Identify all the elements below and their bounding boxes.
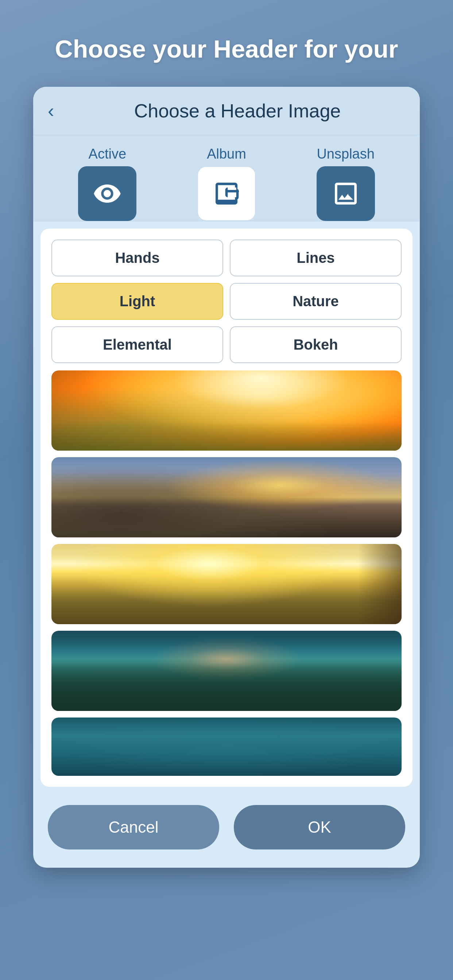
tab-album[interactable]: Album (197, 146, 256, 221)
tab-unsplash-icon-box (317, 166, 375, 221)
filter-lines[interactable]: Lines (230, 240, 402, 276)
back-button[interactable]: ‹ (48, 101, 70, 120)
cancel-button[interactable]: Cancel (48, 805, 219, 850)
tab-unsplash-label: Unsplash (317, 146, 374, 162)
filter-nature[interactable]: Nature (230, 283, 402, 320)
filter-light[interactable]: Light (51, 283, 223, 320)
bottom-actions: Cancel OK (33, 794, 420, 868)
tab-active[interactable]: Active (78, 146, 136, 221)
tab-active-icon-box (78, 166, 136, 221)
tab-album-icon-box (197, 166, 256, 221)
eye-icon (93, 179, 122, 208)
images-list (51, 371, 402, 776)
photo-icon (331, 179, 360, 208)
image-card-2[interactable] (51, 457, 402, 538)
image-card-3[interactable] (51, 544, 402, 624)
modal-body: Hands Lines Light Nature Elemental Bokeh (40, 229, 413, 787)
modal-title: Choose a Header Image (70, 100, 405, 122)
wallet-icon (212, 179, 241, 208)
filter-hands[interactable]: Hands (51, 240, 223, 276)
image-card-1[interactable] (51, 371, 402, 450)
modal: ‹ Choose a Header Image Active Album Uns… (33, 87, 420, 868)
modal-header: ‹ Choose a Header Image (33, 87, 420, 135)
ok-button[interactable]: OK (234, 805, 405, 850)
tabs-row: Active Album Unsplash (33, 135, 420, 221)
image-card-5[interactable] (51, 718, 402, 776)
filter-grid: Hands Lines Light Nature Elemental Bokeh (51, 240, 402, 363)
tab-album-label: Album (207, 146, 246, 162)
filter-elemental[interactable]: Elemental (51, 326, 223, 363)
tab-unsplash[interactable]: Unsplash (317, 146, 375, 221)
filter-bokeh[interactable]: Bokeh (230, 326, 402, 363)
image-card-4[interactable] (51, 631, 402, 711)
page-title: Choose your Header for your (26, 0, 427, 87)
tab-active-label: Active (89, 146, 126, 162)
